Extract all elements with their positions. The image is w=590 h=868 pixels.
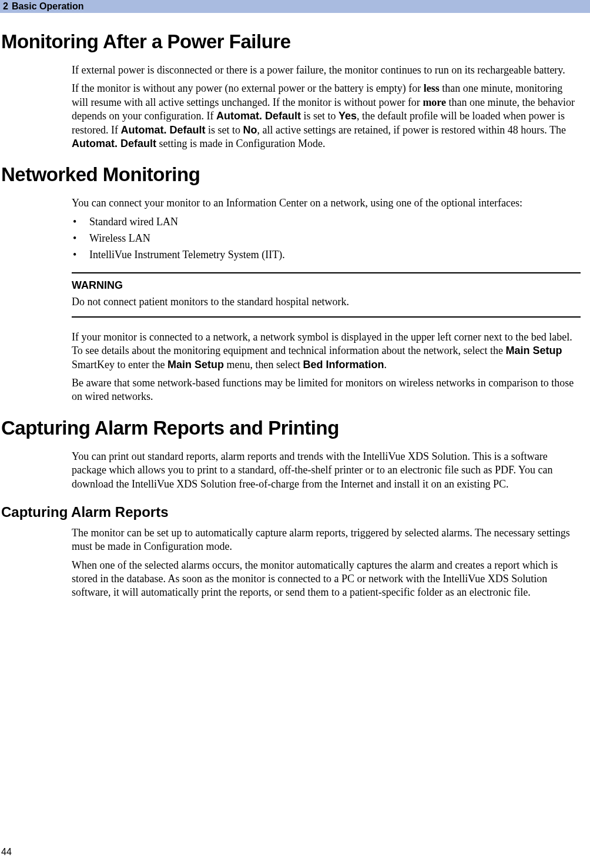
page-header: 2 Basic Operation <box>0 0 590 13</box>
heading-capturing-alarm-reports-and-printing: Capturing Alarm Reports and Printing <box>1 417 581 439</box>
paragraph: Be aware that some network-based functio… <box>72 376 581 404</box>
paragraph: If your monitor is connected to a networ… <box>72 330 581 372</box>
paragraph: When one of the selected alarms occurs, … <box>72 559 581 600</box>
paragraph: If external power is disconnected or the… <box>72 64 581 77</box>
list-item: Standard wired LAN <box>72 214 581 231</box>
chapter-number: 2 <box>3 1 8 12</box>
list-item: IntelliVue Instrument Telemetry System (… <box>72 247 581 263</box>
page-number: 44 <box>1 847 12 857</box>
paragraph: The monitor can be set up to automatical… <box>72 526 581 554</box>
warning-label: WARNING <box>72 279 581 292</box>
warning-box: WARNING Do not connect patient monitors … <box>72 272 581 317</box>
heading-monitoring-after-power-failure: Monitoring After a Power Failure <box>1 31 581 53</box>
list-item: Wireless LAN <box>72 231 581 247</box>
paragraph: You can print out standard reports, alar… <box>72 450 581 491</box>
chapter-title: Basic Operation <box>12 1 84 12</box>
heading-networked-monitoring: Networked Monitoring <box>1 163 581 186</box>
interface-list: Standard wired LAN Wireless LAN IntelliV… <box>72 214 581 263</box>
paragraph: If the monitor is without any power (no … <box>72 82 581 151</box>
warning-text: Do not connect patient monitors to the s… <box>72 295 581 309</box>
subheading-capturing-alarm-reports: Capturing Alarm Reports <box>1 504 581 520</box>
paragraph: You can connect your monitor to an Infor… <box>72 196 581 210</box>
